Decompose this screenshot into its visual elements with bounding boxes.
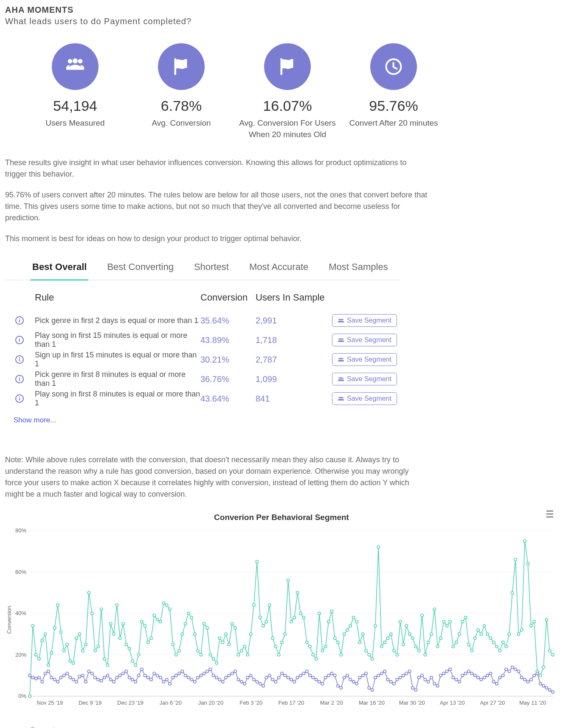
page-subtitle: What leads users to do Payment completed… [5, 17, 558, 26]
svg-point-299 [355, 683, 358, 685]
svg-point-90 [231, 622, 233, 625]
svg-point-34 [56, 604, 59, 606]
svg-point-120 [324, 645, 327, 648]
svg-point-89 [228, 643, 230, 646]
svg-point-96 [249, 633, 252, 635]
svg-text:40%: 40% [15, 610, 26, 616]
svg-point-265 [249, 674, 252, 677]
svg-point-209 [75, 680, 78, 683]
svg-point-65 [153, 614, 155, 617]
save-segment-button[interactable]: Save Segment [332, 373, 397, 385]
info-icon[interactable]: i [15, 316, 24, 325]
svg-text:Jan 20 '20: Jan 20 '20 [198, 700, 224, 706]
svg-point-315 [405, 672, 408, 675]
svg-point-41 [78, 633, 81, 635]
svg-point-87 [221, 641, 224, 644]
stat-value: 95.76% [341, 98, 447, 114]
svg-point-145 [402, 643, 405, 646]
svg-point-73 [178, 649, 180, 652]
svg-point-227 [131, 678, 134, 681]
svg-point-81 [203, 622, 205, 625]
tab-most-accurate[interactable]: Most Accurate [248, 261, 310, 281]
svg-point-241 [175, 674, 177, 677]
svg-point-239 [169, 683, 171, 685]
svg-point-85 [215, 662, 218, 664]
svg-point-84 [212, 658, 214, 660]
svg-point-289 [324, 676, 327, 679]
svg-point-261 [237, 678, 239, 681]
svg-point-57 [128, 647, 130, 650]
save-segment-button[interactable]: Save Segment [332, 392, 397, 405]
svg-point-237 [162, 680, 165, 683]
svg-point-174 [492, 641, 495, 644]
svg-point-284 [309, 674, 311, 677]
svg-point-154 [430, 633, 433, 635]
save-segment-button[interactable]: Save Segment [332, 334, 397, 346]
users-icon [338, 376, 344, 382]
svg-point-176 [498, 649, 501, 652]
svg-point-133 [365, 649, 367, 652]
svg-point-94 [243, 645, 246, 648]
info-icon[interactable]: i [15, 355, 24, 364]
tab-most-samples[interactable]: Most Samples [327, 261, 389, 281]
rule-conversion: 43.89% [200, 335, 256, 345]
svg-point-333 [461, 674, 464, 677]
chart-menu-icon[interactable]: ☰ [546, 513, 554, 516]
tab-best-overall[interactable]: Best Overall [31, 261, 88, 281]
svg-point-332 [458, 680, 461, 683]
svg-point-253 [212, 674, 214, 677]
save-segment-label: Save Segment [347, 375, 391, 383]
svg-point-66 [156, 618, 158, 621]
info-icon[interactable]: i [15, 336, 24, 344]
svg-point-109 [290, 620, 293, 623]
save-segment-label: Save Segment [347, 336, 391, 344]
svg-point-297 [349, 678, 352, 681]
svg-point-138 [380, 645, 383, 648]
svg-point-121 [327, 620, 330, 623]
svg-point-163 [458, 633, 461, 635]
svg-point-331 [455, 678, 457, 681]
svg-point-262 [240, 680, 242, 683]
svg-point-206 [66, 672, 68, 675]
save-segment-button[interactable]: Save Segment [332, 314, 397, 327]
svg-point-185 [526, 562, 529, 565]
users-icon [338, 396, 344, 402]
svg-point-210 [78, 675, 81, 678]
svg-point-104 [274, 645, 277, 648]
svg-point-272 [271, 678, 274, 681]
svg-point-257 [225, 676, 227, 679]
tab-shortest[interactable]: Shortest [192, 261, 231, 281]
svg-point-49 [103, 658, 106, 660]
svg-point-165 [464, 616, 467, 619]
svg-point-128 [349, 624, 352, 627]
svg-point-338 [477, 676, 479, 679]
svg-point-183 [520, 629, 523, 631]
svg-point-320 [421, 674, 423, 677]
svg-point-42 [81, 649, 84, 652]
save-segment-button[interactable]: Save Segment [332, 353, 397, 366]
svg-text:80%: 80% [15, 527, 26, 534]
svg-point-214 [90, 672, 93, 675]
svg-point-240 [172, 676, 174, 679]
rule-text: Play song in first 15 minutes is equal o… [35, 331, 200, 349]
svg-point-187 [533, 620, 535, 623]
svg-point-170 [480, 633, 482, 635]
svg-point-352 [520, 676, 523, 679]
svg-point-132 [361, 633, 364, 635]
svg-text:60%: 60% [15, 569, 26, 575]
svg-point-359 [542, 685, 545, 687]
svg-point-316 [408, 670, 411, 672]
tab-best-converting[interactable]: Best Converting [105, 261, 175, 281]
svg-point-99 [259, 616, 261, 619]
svg-point-276 [284, 674, 286, 677]
svg-text:Apr 13 '20: Apr 13 '20 [440, 700, 465, 706]
svg-point-169 [477, 629, 479, 631]
show-more-link[interactable]: Show more... [5, 416, 558, 424]
info-icon[interactable]: i [15, 375, 24, 383]
svg-point-343 [492, 680, 495, 683]
chart-container: ☰ Converion Per Behavioral Segment Conve… [5, 513, 558, 728]
svg-point-250 [203, 672, 205, 675]
svg-text:Jan 6 '20: Jan 6 '20 [160, 700, 182, 706]
info-icon[interactable]: i [15, 394, 24, 403]
svg-text:Apr 27 '20: Apr 27 '20 [480, 700, 505, 706]
